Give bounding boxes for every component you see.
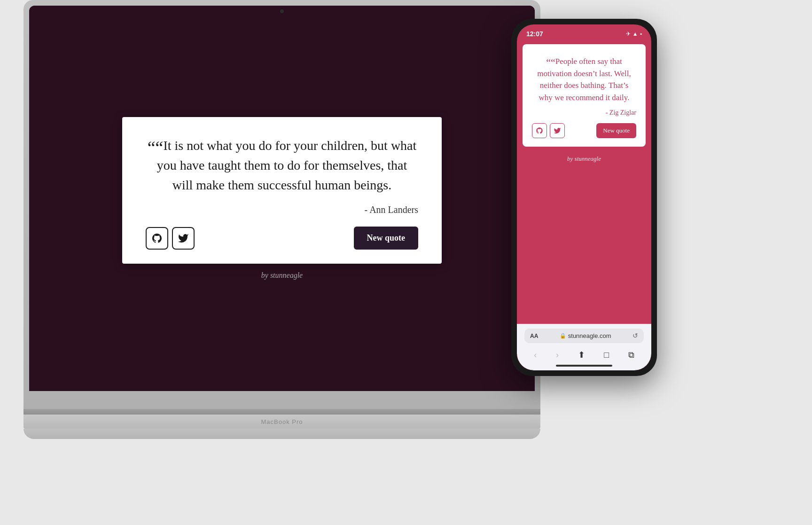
desktop-new-quote-button[interactable]: New quote [354,227,419,250]
browser-nav: ‹ › ⬆ □ ⧉ [524,348,644,363]
desktop-quote-author: - Ann Landers [146,204,418,215]
home-indicator [556,365,612,367]
iphone-browser-bar: AA 🔒 stunneagle.com ↺ ‹ › ⬆ □ ⧉ [517,324,651,370]
status-time: 12:07 [526,30,543,38]
mobile-quote-text: ““People often say that motivation doesn… [532,55,636,103]
desktop-by-brand: stunneagle [270,271,303,279]
mobile-icon-buttons [532,123,565,138]
status-icons: ✈ ▲ ▪ [626,31,642,37]
desktop-quote-body: It is not what you do for your children,… [157,138,417,192]
mobile-github-icon [536,127,543,134]
desktop-card-footer: New quote [146,227,418,250]
mobile-quote-card: ““People often say that motivation doesn… [523,44,646,147]
iphone-shell: 12:07 ✈ ▲ ▪ ““People often say that moti… [511,19,657,376]
desktop-github-button[interactable] [146,227,168,250]
mobile-quote-mark: ““ [546,56,555,68]
browser-reload-icon[interactable]: ↺ [632,332,638,340]
mobile-card-footer: New quote [532,123,636,138]
mobile-by-brand: stunneagle [575,155,601,162]
macbook-shell: ““It is not what you do for your childre… [23,0,540,409]
macbook-screen: ““It is not what you do for your childre… [29,6,535,391]
mobile-quote-author: - Zig Ziglar [532,109,636,117]
browser-share-button[interactable]: ⬆ [578,350,585,360]
desktop-by-text: by stunneagle [261,271,303,280]
browser-back-button[interactable]: ‹ [534,350,537,360]
mobile-github-button[interactable] [532,123,547,138]
desktop-quote-mark: ““ [148,138,164,157]
browser-forward-button[interactable]: › [556,350,559,360]
iphone-screen: 12:07 ✈ ▲ ▪ ““People often say that moti… [517,24,651,370]
desktop-twitter-button[interactable] [172,227,195,250]
wifi-icon: ▲ [632,31,638,37]
desktop-icon-buttons [146,227,195,250]
twitter-icon [178,233,189,244]
mobile-twitter-button[interactable] [550,123,565,138]
camera-dot [280,9,284,13]
desktop-quote-card: ““It is not what you do for your childre… [122,117,442,264]
macbook-model-label: MacBook Pro [261,418,303,425]
airplane-icon: ✈ [626,31,631,37]
mobile-by-label: by [567,155,575,162]
browser-tabs-button[interactable]: ⧉ [628,350,634,360]
macbook-stand [23,429,540,439]
lock-icon: 🔒 [560,333,566,339]
github-icon [151,233,163,244]
macbook-bottom: MacBook Pro [23,415,540,429]
browser-url-display: 🔒 stunneagle.com [560,332,611,339]
desktop-quote-text: ““It is not what you do for your childre… [146,136,418,195]
browser-address-bar[interactable]: AA 🔒 stunneagle.com ↺ [524,329,644,343]
browser-aa-label[interactable]: AA [530,333,538,339]
browser-url-text: stunneagle.com [568,332,611,339]
desktop-by-label: by [261,271,270,279]
mobile-twitter-icon [554,127,561,134]
browser-bookmarks-button[interactable]: □ [604,350,609,360]
battery-icon: ▪ [640,31,642,37]
mobile-new-quote-button[interactable]: New quote [596,123,636,138]
mobile-by-text: by stunneagle [517,155,651,163]
macbook-base: MacBook Pro [23,409,540,439]
macbook-screen-bezel: ““It is not what you do for your childre… [29,6,535,391]
iphone-status-bar: 12:07 ✈ ▲ ▪ [517,24,651,40]
macbook-hinge [23,409,540,415]
